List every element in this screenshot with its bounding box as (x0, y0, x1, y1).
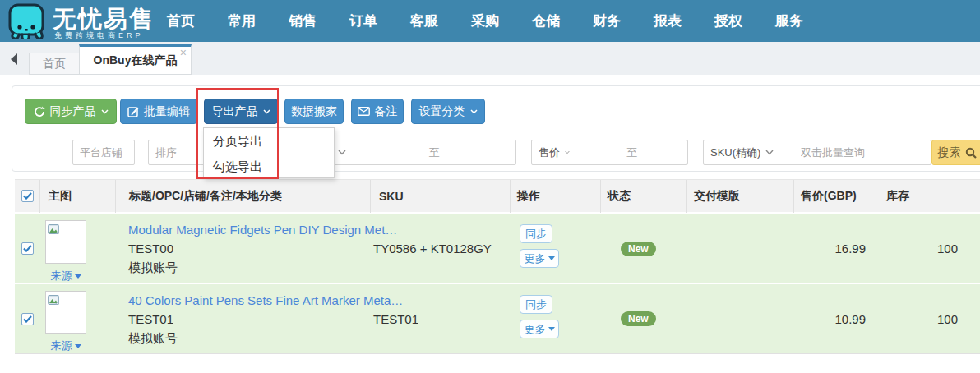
broken-image-icon (48, 295, 59, 305)
tab-onbuy-products[interactable]: OnBuy在线产品 × (79, 44, 192, 75)
product-title-link[interactable]: Modular Magnetic Fidgets Pen DIY Design … (128, 221, 370, 239)
sku-type-select[interactable]: SKU(精确) (704, 140, 801, 164)
stock-cell: 100 (876, 214, 980, 283)
caret-down-icon (548, 256, 555, 260)
menu-item-page-export[interactable]: 分页导出 (204, 128, 334, 154)
sku-search-input[interactable] (801, 140, 931, 164)
caret-down-icon (548, 327, 555, 331)
nav-item-home[interactable]: 首页 (150, 0, 211, 42)
check-icon (23, 315, 32, 323)
stock-cell: 100 (876, 284, 980, 353)
nav-item-customer-service[interactable]: 客服 (394, 0, 455, 42)
export-products-button[interactable]: 导出产品 (204, 99, 278, 124)
search-button[interactable]: 搜索 (931, 140, 980, 165)
table-header-row: 主图 标题/OPC/店铺/备注/本地分类 SKU 操作 状态 交付模版 售价(G… (15, 179, 980, 212)
price-to-input[interactable] (576, 140, 687, 164)
sku-filter: SKU(精确) (703, 140, 931, 165)
col-header-status: 状态 (600, 180, 686, 213)
product-sku: TY0586 + KT0128GY (370, 214, 510, 283)
sync-row-button[interactable]: 同步 (520, 224, 552, 243)
col-header-stock: 库存 (876, 180, 980, 213)
menu-item-checked-export[interactable]: 勾选导出 (204, 154, 334, 179)
source-link[interactable]: 来源 (45, 338, 86, 353)
main-nav: 首页 常用 销售 订单 客服 采购 仓储 财务 报表 授权 服务 (150, 0, 820, 42)
table-row: 来源 40 Colors Paint Pens Sets Fine Art Ma… (15, 284, 980, 354)
chevron-down-icon (765, 150, 774, 155)
col-header-image: 主图 (39, 180, 115, 213)
product-opc: TEST00 (128, 239, 370, 258)
app-logo-octopus-icon[interactable] (8, 3, 44, 39)
col-header-price: 售价(GBP) (793, 180, 876, 213)
col-header-actions: 操作 (510, 180, 600, 213)
nav-item-orders[interactable]: 订单 (333, 0, 394, 42)
status-badge: New (621, 242, 656, 256)
col-header-delivery-template: 交付模版 (686, 180, 793, 213)
delivery-template-cell (686, 284, 793, 353)
close-icon[interactable]: × (180, 46, 187, 59)
tab-scroll-left-button[interactable] (7, 52, 21, 67)
search-icon (965, 147, 977, 159)
nav-item-reports[interactable]: 报表 (637, 0, 698, 42)
row-checkbox[interactable] (21, 242, 34, 255)
check-icon (23, 245, 32, 252)
tab-home[interactable]: 首页 (29, 53, 80, 75)
nav-item-authorization[interactable]: 授权 (698, 0, 759, 42)
select-all-checkbox[interactable] (21, 190, 34, 202)
chevron-down-icon (263, 109, 270, 114)
product-opc: TEST01 (128, 310, 370, 329)
product-thumbnail[interactable] (45, 220, 86, 264)
caret-down-icon (75, 274, 81, 279)
broken-image-icon (48, 224, 59, 234)
data-move-button[interactable]: 数据搬家 (284, 99, 344, 124)
product-thumbnail[interactable] (45, 291, 86, 334)
tab-label: OnBuy在线产品 (94, 53, 178, 67)
row-checkbox[interactable] (21, 313, 34, 325)
sync-products-button[interactable]: 同步产品 (25, 99, 117, 124)
product-title-link[interactable]: 40 Colors Paint Pens Sets Fine Art Marke… (128, 292, 370, 310)
brand-tagline: 免费跨境电商ERP (54, 30, 144, 41)
nav-item-common[interactable]: 常用 (211, 0, 272, 42)
product-sku: TEST01 (370, 284, 510, 353)
source-link[interactable]: 来源 (45, 269, 86, 283)
tab-bar: 首页 OnBuy在线产品 × (0, 42, 980, 75)
note-button[interactable]: 备注 (351, 99, 404, 124)
chevron-down-icon (338, 150, 346, 155)
refresh-icon (34, 106, 45, 117)
price-cell: 10.99 (793, 284, 876, 353)
nav-item-purchasing[interactable]: 采购 (455, 0, 515, 42)
product-shop: 模拟账号 (128, 329, 370, 348)
col-header-title: 标题/OPC/店铺/备注/本地分类 (115, 180, 370, 213)
price-filter: 售价 (531, 140, 688, 165)
more-row-button[interactable]: 更多 (520, 320, 559, 338)
product-shop: 模拟账号 (128, 258, 370, 277)
chevron-down-icon (470, 109, 478, 114)
edit-icon (127, 106, 139, 117)
envelope-icon (358, 107, 370, 116)
more-row-button[interactable]: 更多 (520, 249, 559, 268)
chevron-down-icon (565, 150, 570, 155)
top-navbar: 无忧易售 免费跨境电商ERP 首页 常用 销售 订单 客服 采购 仓储 财务 报… (0, 0, 980, 42)
platform-shop-input[interactable] (72, 140, 135, 165)
status-badge: New (621, 311, 656, 326)
col-header-sku: SKU (370, 180, 510, 213)
products-table: 主图 标题/OPC/店铺/备注/本地分类 SKU 操作 状态 交付模版 售价(G… (15, 179, 980, 355)
chevron-left-icon (11, 53, 17, 65)
caret-down-icon (75, 344, 81, 348)
delivery-template-cell (686, 214, 793, 283)
chevron-down-icon (101, 109, 109, 114)
nav-item-services[interactable]: 服务 (759, 0, 820, 42)
price-type-select[interactable]: 售价 (532, 140, 576, 164)
table-row: 来源 Modular Magnetic Fidgets Pen DIY Desi… (15, 214, 980, 283)
check-icon (23, 192, 32, 200)
export-dropdown-menu: 分页导出 勾选导出 (203, 127, 335, 178)
set-category-button[interactable]: 设置分类 (411, 99, 485, 124)
sync-row-button[interactable]: 同步 (520, 295, 552, 314)
nav-item-sales[interactable]: 销售 (272, 0, 333, 42)
nav-item-warehouse[interactable]: 仓储 (515, 0, 576, 42)
batch-edit-button[interactable]: 批量编辑 (120, 99, 197, 124)
app-window: 无忧易售 免费跨境电商ERP 首页 常用 销售 订单 客服 采购 仓储 财务 报… (0, 0, 980, 373)
nav-item-finance[interactable]: 财务 (576, 0, 637, 42)
range-to-input[interactable] (353, 140, 515, 164)
price-cell: 16.99 (793, 214, 876, 283)
